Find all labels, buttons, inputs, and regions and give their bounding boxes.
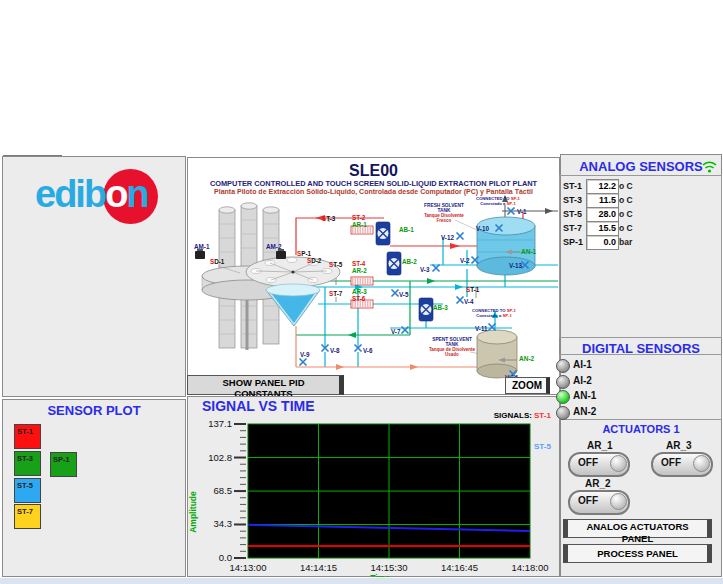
x-tick-label: 14:18:00 <box>512 562 549 573</box>
y-axis-label: Amplitude <box>188 491 198 533</box>
application-window: v 01.01.00 edibon CALIBRATE SAVE DATA SE… <box>0 0 723 584</box>
diagram-label: AN-1 <box>521 248 537 255</box>
plot-chip-ST-7[interactable]: ST-7 <box>14 504 41 529</box>
sensor-plot-title: SENSOR PLOT <box>3 403 185 418</box>
sensor-value-SP-1: 0.0 <box>586 235 619 250</box>
toggle-knob[interactable] <box>693 455 710 472</box>
toggle-state: OFF <box>578 457 598 468</box>
toggle-knob[interactable] <box>610 493 627 510</box>
plot-chip-SP-1[interactable]: SP-1 <box>50 452 77 477</box>
valve-label: V-9 <box>300 351 310 358</box>
toggle-AR_3[interactable]: OFF <box>651 452 713 477</box>
toggle-state: OFF <box>661 457 681 468</box>
sensor-label: SP-1 <box>563 237 585 247</box>
diagram-label: SP-1 <box>297 250 312 257</box>
valve-V-4[interactable] <box>457 297 464 304</box>
diagram-panel: SLE00 COMPUTER CONTROLLED AND TOUCH SCRE… <box>187 157 560 395</box>
analog-sensor-row: ST-715.5o C <box>560 222 721 236</box>
diagram-label: AM-1 <box>194 243 210 250</box>
analog-actuators-panel-button[interactable]: ANALOG ACTUATORS PANEL <box>563 519 712 538</box>
sensor-unit: o C <box>619 195 633 205</box>
valve-V-9[interactable] <box>300 359 307 366</box>
digital-sensor-row: AI-1 <box>560 359 721 374</box>
plot-chip-ST-5[interactable]: ST-5 <box>14 478 41 503</box>
analog-sensor-row: SP-10.0bar <box>560 236 721 250</box>
valve-label: V-10 <box>476 225 489 232</box>
sensor-label: ST-3 <box>563 195 585 205</box>
sensor-value-ST-5: 28.0 <box>586 207 619 222</box>
toggle-AR_1[interactable]: OFF <box>568 452 630 477</box>
y-tick-label: 34.3 <box>214 518 233 529</box>
diagram-label: ST-3 <box>322 215 336 222</box>
diagram-label: AR-2 <box>352 267 367 274</box>
signal-chart: 0.034.368.5102.8137.114:13:0014:14:1514:… <box>188 396 559 577</box>
diagram-label: Usado <box>445 352 459 357</box>
process-diagram: ST-3ST-2AR-1AB-1ST-5ST-4AR-2AB-2ST-7AR-3… <box>188 158 559 394</box>
sensor-value-ST-3: 11.5 <box>586 193 619 208</box>
digital-sensor-label: AN-1 <box>573 390 596 401</box>
diagram-label: Conectado a SP-1 <box>476 313 512 318</box>
valve-label: V-5 <box>399 291 409 298</box>
led-indicator-AN-1 <box>556 390 570 404</box>
y-tick-label: 102.8 <box>208 452 232 463</box>
toggle-knob[interactable] <box>610 455 627 472</box>
legend-ST-5: ST-5 <box>534 442 551 451</box>
valve-label: V-12 <box>441 234 454 241</box>
sensor-unit: o C <box>619 181 633 191</box>
sensor-label: ST-5 <box>563 209 585 219</box>
window-bottom-strip <box>0 578 723 584</box>
process-panel-button[interactable]: PROCESS PANEL <box>563 544 712 563</box>
led-indicator-AI-2 <box>556 375 570 389</box>
led-indicator-AI-1 <box>556 359 570 373</box>
analog-sensors-title: ANALOG SENSORS <box>561 159 721 174</box>
plot-chip-ST-3[interactable]: ST-3 <box>14 451 41 476</box>
diagram-label: AB-1 <box>399 226 414 233</box>
diagram-label: Conectado a SP-1 <box>480 201 516 206</box>
diagram-zoom-button[interactable]: ZOOM <box>505 377 550 394</box>
digital-sensors-box: AI-1AI-2AN-1AN-2 <box>559 354 722 420</box>
diagram-label: ST-2 <box>352 214 366 221</box>
valve-V-5[interactable] <box>392 290 399 297</box>
toggle-AR_2[interactable]: OFF <box>568 490 630 515</box>
diagram-label: AB-3 <box>433 304 448 311</box>
sensor-value-ST-7: 15.5 <box>586 221 619 236</box>
diagram-label: ST-7 <box>329 290 343 297</box>
show-pid-constants-button[interactable]: SHOW PANEL PID CONSTANTS <box>187 375 344 395</box>
diagram-label: AN-2 <box>519 355 535 362</box>
plot-chip-ST-1[interactable]: ST-1 <box>14 424 41 449</box>
sensor-label: ST-1 <box>563 181 585 191</box>
valve-label: V-13 <box>509 262 522 269</box>
edibon-logo: edibon <box>27 165 183 229</box>
analog-sensor-row: ST-311.5o C <box>560 194 721 208</box>
diagram-label: SD-2 <box>307 257 322 264</box>
digital-sensor-label: AN-2 <box>573 406 596 417</box>
diagram-label: AR-3 <box>352 288 367 295</box>
diagram-label: AM-2 <box>266 243 282 250</box>
sensor-unit: o C <box>619 209 633 219</box>
legend-ST-1: ST-1 <box>534 411 551 420</box>
diagram-label: ST-5 <box>329 261 343 268</box>
diagram-label: AB-2 <box>402 258 417 265</box>
diagram-label: AR-1 <box>352 221 367 228</box>
valve-V-12[interactable] <box>457 233 464 240</box>
diagram-label: ST-6 <box>352 295 366 302</box>
logo-o: o <box>105 173 126 215</box>
rotary-plate <box>246 257 340 287</box>
logo-panel: edibon CALIBRATE SAVE DATA <box>2 156 186 397</box>
actuators-title: ACTUATORS 1 <box>561 423 721 435</box>
digital-sensor-label: AI-2 <box>573 375 592 386</box>
valve-label: V-4 <box>464 298 474 305</box>
valve-label: V-3 <box>420 266 430 273</box>
wifi-icon <box>701 158 718 174</box>
sensor-unit: bar <box>619 237 632 247</box>
x-tick-label: 14:13:00 <box>230 562 267 573</box>
analog-sensors-box: ST-112.2o CST-311.5o CST-528.0o CST-715.… <box>559 175 722 338</box>
analog-sensor-row: ST-112.2o C <box>560 180 721 194</box>
valve-label: V-7 <box>391 328 401 335</box>
actuator-label-AR_2: AR_2 <box>585 478 611 489</box>
diagram-label: ST-4 <box>352 260 366 267</box>
valve-label: V-6 <box>363 347 373 354</box>
valve-label: V-8 <box>330 347 340 354</box>
logo-n: n <box>126 173 147 215</box>
actuator-label-AR_1: AR_1 <box>587 440 613 451</box>
